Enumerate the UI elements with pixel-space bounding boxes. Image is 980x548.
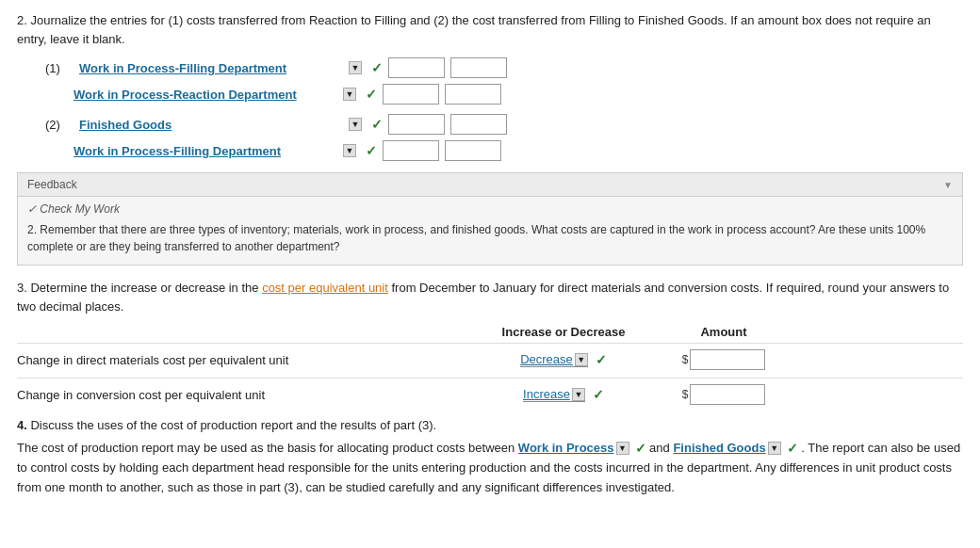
entry-1-account1-link[interactable]: Work in Process-Filling Department xyxy=(79,61,343,75)
q4-text: Discuss the uses of the cost of producti… xyxy=(30,418,436,432)
table-row-1: Change in direct materials cost per equi… xyxy=(17,343,963,370)
finished-goods-dropdown[interactable]: ▼ xyxy=(768,442,781,455)
q3-table: Increase or Decrease Amount Change in di… xyxy=(17,325,963,405)
feedback-content: 2. Remember that there are three types o… xyxy=(18,218,962,265)
finished-goods-inline: Finished Goods ▼ ✓ xyxy=(673,438,797,459)
entry-2-row2: Work in Process-Filling Department ▼ ✓ xyxy=(74,140,963,161)
q4-header: 4. Discuss the uses of the cost of produ… xyxy=(17,418,963,432)
row1-dropdown-group: Decrease ▼ xyxy=(520,352,588,367)
row1-check: ✓ xyxy=(596,352,607,367)
entry-1-credit1[interactable] xyxy=(450,57,507,78)
entry-2-account1-link[interactable]: Finished Goods xyxy=(79,118,343,132)
entry-1-debit2[interactable] xyxy=(383,84,439,105)
entry-2-account1-dropdown[interactable]: ▼ xyxy=(349,118,362,131)
table-headers: Increase or Decrease Amount xyxy=(17,325,963,339)
entry-1-account2-dropdown[interactable]: ▼ xyxy=(343,88,356,101)
row1-dropdown-arrow[interactable]: ▼ xyxy=(575,353,588,366)
finished-goods-link[interactable]: Finished Goods xyxy=(673,439,765,459)
q2-instruction: 2. Journalize the entries for (1) costs … xyxy=(17,11,963,48)
entry-2-label: (2) xyxy=(45,118,74,132)
question-3: 3. Determine the increase or decrease in… xyxy=(17,279,963,405)
entry-2: (2) Finished Goods ▼ ✓ Work in Process-F… xyxy=(45,114,963,161)
entry-1-credit2[interactable] xyxy=(445,84,501,105)
row2-dropdown-group: Increase ▼ xyxy=(523,387,585,402)
feedback-collapse-icon[interactable]: ▼ xyxy=(943,180,953,190)
row2-select-value[interactable]: Increase xyxy=(523,387,570,401)
row1-amount-wrapper: $ xyxy=(658,349,790,370)
work-in-process-dropdown[interactable]: ▼ xyxy=(616,442,629,455)
entry-1-account2-link[interactable]: Work in Process-Reaction Department xyxy=(74,88,337,102)
feedback-box: Feedback ▼ ✓ Check My Work 2. Remember t… xyxy=(17,172,963,266)
row1-label: Change in direct materials cost per equi… xyxy=(17,353,469,367)
row1-amount-input[interactable] xyxy=(690,349,765,370)
q4-paragraph: The cost of production report may be use… xyxy=(17,438,963,498)
header-spacer xyxy=(17,325,469,339)
q3-intro-start: 3. Determine the increase or decrease in… xyxy=(17,281,262,295)
header-inc-dec: Increase or Decrease xyxy=(469,325,658,339)
work-in-process-link[interactable]: Work in Process xyxy=(518,439,614,459)
entry-2-account2-check: ✓ xyxy=(366,143,377,158)
entry-1-label: (1) xyxy=(45,61,74,75)
row2-dollar: $ xyxy=(682,388,689,401)
row2-amount-input[interactable] xyxy=(690,384,765,405)
question-4: 4. Discuss the uses of the cost of produ… xyxy=(17,418,963,498)
entry-1: (1) Work in Process-Filling Department ▼… xyxy=(45,57,963,105)
row2-label: Change in conversion cost per equivalent… xyxy=(17,388,469,402)
entry-1-row2: Work in Process-Reaction Department ▼ ✓ xyxy=(74,84,963,105)
entry-2-account2-link[interactable]: Work in Process-Filling Department xyxy=(74,144,337,158)
q3-instruction: 3. Determine the increase or decrease in… xyxy=(17,279,963,315)
entry-1-row: (1) Work in Process-Filling Department ▼… xyxy=(45,57,963,78)
entry-2-row1: (2) Finished Goods ▼ ✓ xyxy=(45,114,963,135)
cost-per-unit-link[interactable]: cost per equivalent unit xyxy=(262,281,388,295)
entry-2-account1-check: ✓ xyxy=(371,117,383,132)
work-in-process-inline: Work in Process ▼ ✓ xyxy=(518,438,646,459)
entry-2-credit2[interactable] xyxy=(445,140,501,161)
row1-select-value[interactable]: Decrease xyxy=(520,352,573,366)
header-amount: Amount xyxy=(658,325,790,339)
row2-select-wrapper: Increase ▼ ✓ xyxy=(469,387,658,402)
check-my-work: ✓ Check My Work xyxy=(18,197,962,218)
row2-check: ✓ xyxy=(593,387,604,402)
feedback-label: Feedback xyxy=(27,178,77,191)
entry-1-account2-check: ✓ xyxy=(366,87,377,102)
question-2: 2. Journalize the entries for (1) costs … xyxy=(17,11,963,161)
entry-2-credit1[interactable] xyxy=(450,114,507,135)
q4-para1-mid: and xyxy=(646,441,674,455)
row1-select-wrapper: Decrease ▼ ✓ xyxy=(469,352,658,367)
table-row-2: Change in conversion cost per equivalent… xyxy=(17,378,963,405)
work-in-process-check: ✓ xyxy=(635,438,646,459)
q4-para1-start: The cost of production report may be use… xyxy=(17,441,518,455)
finished-goods-check: ✓ xyxy=(787,438,798,459)
feedback-header: Feedback ▼ xyxy=(18,173,962,197)
entry-1-debit1[interactable] xyxy=(388,57,445,78)
entry-2-debit1[interactable] xyxy=(388,114,445,135)
entry-1-account1-check: ✓ xyxy=(371,60,383,75)
entry-1-account1-dropdown[interactable]: ▼ xyxy=(349,61,362,74)
entry-2-debit2[interactable] xyxy=(383,140,439,161)
row2-amount-wrapper: $ xyxy=(658,384,790,405)
q4-number: 4. xyxy=(17,418,27,432)
entry-2-account2-dropdown[interactable]: ▼ xyxy=(343,144,356,157)
row1-dollar: $ xyxy=(682,353,689,366)
row2-dropdown-arrow[interactable]: ▼ xyxy=(572,388,585,401)
